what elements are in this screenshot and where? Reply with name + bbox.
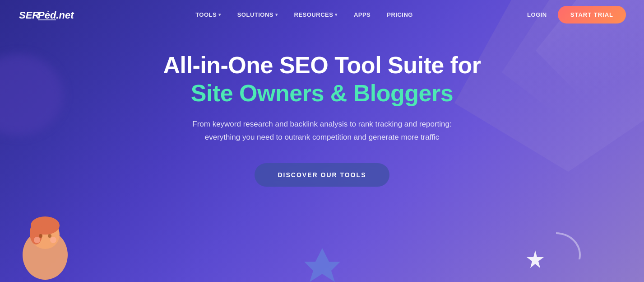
nav-label-apps: APPS <box>354 11 371 18</box>
nav-right: LOGIN START TRIAL <box>527 6 626 24</box>
nav-label-solutions: SOLUTIONS <box>237 11 273 18</box>
login-link[interactable]: LOGIN <box>527 11 547 18</box>
chevron-down-icon: ▾ <box>335 12 338 17</box>
nav-item-solutions[interactable]: SOLUTIONS ▾ <box>237 11 278 18</box>
hero-subtitle: From keyword research and backlink analy… <box>192 118 452 144</box>
navbar: SER Ped.net ⌃ TOOLS ▾ SOLUTIONS ▾ <box>0 0 644 29</box>
hero-subtitle-line2: everything you need to outrank competiti… <box>205 133 439 141</box>
logo-area[interactable]: SER Ped.net ⌃ <box>18 7 81 23</box>
svg-marker-13 <box>304 248 340 282</box>
hero-title-line2: Site Owners & Bloggers <box>191 80 453 106</box>
character-left-illustration <box>9 210 81 282</box>
svg-text:⌃: ⌃ <box>46 10 50 15</box>
nav-item-pricing[interactable]: PRICING <box>387 11 413 18</box>
svg-point-9 <box>39 234 42 238</box>
hero-title: All-in-One SEO Tool Suite for Site Owner… <box>163 52 481 107</box>
nav-link-tools[interactable]: TOOLS ▾ <box>195 11 221 18</box>
nav-label-pricing: PRICING <box>387 11 413 18</box>
nav-label-tools: TOOLS <box>195 11 217 18</box>
discover-tools-button[interactable]: DISCOVER OUR TOOLS <box>255 163 390 187</box>
svg-text:SER: SER <box>19 9 39 21</box>
chevron-down-icon: ▾ <box>275 12 278 17</box>
nav-link-apps[interactable]: APPS <box>354 11 371 18</box>
nav-link-resources[interactable]: RESOURCES ▾ <box>294 11 338 18</box>
page-wrapper: SER Ped.net ⌃ TOOLS ▾ SOLUTIONS ▾ <box>0 0 644 282</box>
svg-text:Ped.net: Ped.net <box>38 9 74 21</box>
hero-title-line1: All-in-One SEO Tool Suite for <box>163 52 481 78</box>
logo-icon: SER Ped.net ⌃ <box>18 7 81 23</box>
svg-point-12 <box>50 237 56 243</box>
svg-point-10 <box>48 234 51 238</box>
hero-section: All-in-One SEO Tool Suite for Site Owner… <box>0 29 644 187</box>
nav-links: TOOLS ▾ SOLUTIONS ▾ RESOURCES ▾ APPS <box>195 11 413 18</box>
nav-link-solutions[interactable]: SOLUTIONS ▾ <box>237 11 278 18</box>
nav-item-apps[interactable]: APPS <box>354 11 371 18</box>
character-center-decoration <box>304 246 340 282</box>
star-decoration <box>526 249 545 268</box>
start-trial-button[interactable]: START TRIAL <box>558 6 626 24</box>
hero-subtitle-line1: From keyword research and backlink analy… <box>192 120 452 128</box>
svg-point-11 <box>34 237 40 243</box>
nav-link-pricing[interactable]: PRICING <box>387 11 413 18</box>
svg-marker-4 <box>527 250 544 268</box>
nav-label-resources: RESOURCES <box>294 11 334 18</box>
nav-item-resources[interactable]: RESOURCES ▾ <box>294 11 338 18</box>
nav-item-tools[interactable]: TOOLS ▾ <box>195 11 221 18</box>
chevron-down-icon: ▾ <box>218 12 221 17</box>
